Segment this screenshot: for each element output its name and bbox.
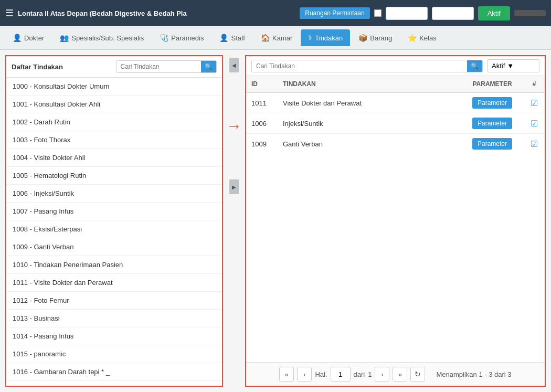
- tab-spesialis[interactable]: 👥 Spesialis/Sub. Spesialis: [52, 29, 151, 46]
- cell-id: 1011: [246, 92, 278, 113]
- list-item[interactable]: 1006 - Injeksi/Suntik: [6, 185, 222, 203]
- menu-icon: ☰: [5, 7, 14, 19]
- cell-checkbox: ☑: [524, 113, 545, 134]
- dokter-icon: 👤: [13, 34, 22, 42]
- table-row: 1006 Injeksi/Suntik Parameter ☑: [246, 113, 545, 134]
- parameter-button[interactable]: Parameter: [472, 118, 512, 129]
- collapse-right-button[interactable]: ▶: [229, 179, 239, 194]
- status-chevron-icon: ▼: [507, 62, 514, 70]
- hal-label: Hal.: [315, 370, 327, 378]
- table-row: 1009 Ganti Verban Parameter ☑: [246, 134, 545, 154]
- right-search-input[interactable]: [252, 60, 467, 72]
- tab-barang[interactable]: 📦 Barang: [351, 29, 399, 46]
- barang-icon: 📦: [358, 34, 367, 42]
- table-row: 1011 Visite Dokter dan Perawat Parameter…: [246, 92, 545, 113]
- cell-parameter: Parameter: [461, 92, 524, 113]
- tab-staff[interactable]: 👤 Staff: [212, 29, 252, 46]
- tab-kamar[interactable]: 🏠 Kamar: [253, 29, 300, 46]
- row-checkbox[interactable]: ☑: [531, 119, 538, 128]
- list-item[interactable]: 1009 - Ganti Verban: [6, 238, 222, 256]
- arrow-indicator: →: [226, 73, 242, 178]
- status-label: Aktif: [492, 62, 505, 70]
- page-input[interactable]: [331, 367, 351, 382]
- tab-paramedis[interactable]: 🩺 Paramedis: [152, 29, 211, 46]
- list-item[interactable]: 1004 - Visite Dokter Ahli: [6, 149, 222, 167]
- row-checkbox[interactable]: ☑: [531, 99, 538, 108]
- list-item[interactable]: 1014 - Pasang Infus: [6, 327, 222, 345]
- middle-col: ◀ → ▶: [223, 50, 245, 392]
- cell-parameter: Parameter: [461, 113, 524, 134]
- cell-checkbox: ☑: [524, 134, 545, 154]
- list-item[interactable]: 1016 - Gambaran Darah tepi * _: [6, 363, 222, 381]
- list-item[interactable]: 1007 - Pasang Infus: [6, 203, 222, 220]
- nonje-select[interactable]: Non Je ▼: [432, 7, 474, 20]
- left-panel-title: Daftar Tindakan: [12, 63, 112, 71]
- cell-tindakan: Ganti Verban: [278, 134, 461, 154]
- list-item[interactable]: 1015 - panoramic: [6, 345, 222, 363]
- list-item[interactable]: 1005 - Hematologi Rutin: [6, 167, 222, 185]
- list-item[interactable]: 1003 - Foto Thorax: [6, 131, 222, 149]
- transfer-arrow-icon: →: [226, 117, 242, 135]
- left-search-box: 🔍: [116, 60, 217, 73]
- parameter-button[interactable]: Parameter: [472, 138, 512, 150]
- extra-button[interactable]: [514, 10, 546, 16]
- kamar-icon: 🏠: [261, 34, 270, 42]
- tab-kelas[interactable]: ⭐ Kelas: [400, 29, 444, 46]
- col-parameter: Parameter: [461, 76, 524, 92]
- status-select[interactable]: Aktif ▼: [487, 59, 539, 72]
- dari-label: dari: [354, 370, 365, 378]
- nonje-chevron-icon: ▼: [460, 9, 467, 17]
- spesialis-icon: 👥: [60, 34, 69, 42]
- list-item[interactable]: 1002 - Darah Rutin: [6, 113, 222, 131]
- list-item[interactable]: 1000 - Konsultasi Dokter Umum: [6, 78, 222, 96]
- list-item[interactable]: 1010 - Tindakan Penerimaan Pasien: [6, 256, 222, 274]
- right-panel-header: 🔍 Aktif ▼: [246, 56, 545, 76]
- prev-page-button[interactable]: ‹: [297, 367, 312, 382]
- paramedis-icon: 🩺: [160, 34, 168, 42]
- left-search-input[interactable]: [116, 61, 202, 72]
- rawat-chevron-icon: ▼: [412, 9, 419, 17]
- col-id: ID: [246, 76, 278, 92]
- staff-icon: 👤: [219, 34, 228, 42]
- first-page-button[interactable]: «: [279, 367, 294, 382]
- list-item[interactable]: 1001 - Konsultasi Dokter Ahli: [6, 96, 222, 113]
- ruangan-checkbox[interactable]: [374, 9, 382, 17]
- header: ☰ Lontara II Atas Depan (Bedah Digestive…: [0, 0, 551, 26]
- cell-parameter: Parameter: [461, 134, 524, 154]
- main-content: Daftar Tindakan 🔍 1000 - Konsultasi Dokt…: [0, 50, 551, 392]
- tindakan-table: ID TINDAKAN Parameter # 1011 Visite Dokt…: [246, 76, 545, 154]
- aktif-button[interactable]: Aktif: [478, 6, 510, 20]
- page-info: Menampilkan 1 - 3 dari 3: [436, 370, 511, 378]
- cell-id: 1009: [246, 134, 278, 154]
- last-page-button[interactable]: »: [393, 367, 407, 382]
- cell-id: 1006: [246, 113, 278, 134]
- tab-dokter[interactable]: 👤 Dokter: [5, 29, 51, 46]
- right-search-button[interactable]: 🔍: [467, 60, 482, 72]
- header-title: Lontara II Atas Depan (Bedah Digestive &…: [18, 9, 295, 17]
- right-search-box: 🔍: [251, 60, 483, 72]
- tab-tindakan[interactable]: ⚕ Tindakan: [301, 29, 350, 46]
- kelas-icon: ⭐: [408, 34, 417, 42]
- list-item[interactable]: 1013 - Businasi: [6, 310, 222, 327]
- left-panel-header: Daftar Tindakan 🔍: [6, 56, 222, 78]
- list-item[interactable]: 1011 - Visite Dokter dan Perawat: [6, 274, 222, 292]
- row-checkbox[interactable]: ☑: [531, 140, 538, 149]
- right-table: ID TINDAKAN Parameter # 1011 Visite Dokt…: [246, 76, 545, 362]
- rawat-select[interactable]: Rawat ▼: [386, 7, 428, 20]
- list-item[interactable]: 1008 - Eksisi/Esterpasi: [6, 220, 222, 238]
- col-hash: #: [524, 76, 545, 92]
- parameter-button[interactable]: Parameter: [472, 97, 512, 109]
- footer-pagination: « ‹ Hal. dari 1 › » ↻ Menampilkan 1 - 3 …: [246, 362, 545, 386]
- refresh-button[interactable]: ↻: [410, 367, 425, 382]
- left-panel: Daftar Tindakan 🔍 1000 - Konsultasi Dokt…: [5, 55, 223, 387]
- nonje-label: Non Je: [437, 9, 458, 17]
- left-search-button[interactable]: 🔍: [201, 61, 216, 72]
- table-body: 1011 Visite Dokter dan Perawat Parameter…: [246, 92, 545, 154]
- col-tindakan: TINDAKAN: [278, 76, 461, 92]
- tindakan-icon: ⚕: [308, 34, 312, 42]
- nav-tabs: 👤 Dokter 👥 Spesialis/Sub. Spesialis 🩺 Pa…: [0, 26, 551, 50]
- collapse-left-button[interactable]: ◀: [229, 58, 239, 72]
- next-page-button[interactable]: ›: [375, 367, 389, 382]
- cell-tindakan: Visite Dokter dan Perawat: [278, 92, 461, 113]
- list-item[interactable]: 1012 - Foto Femur: [6, 292, 222, 310]
